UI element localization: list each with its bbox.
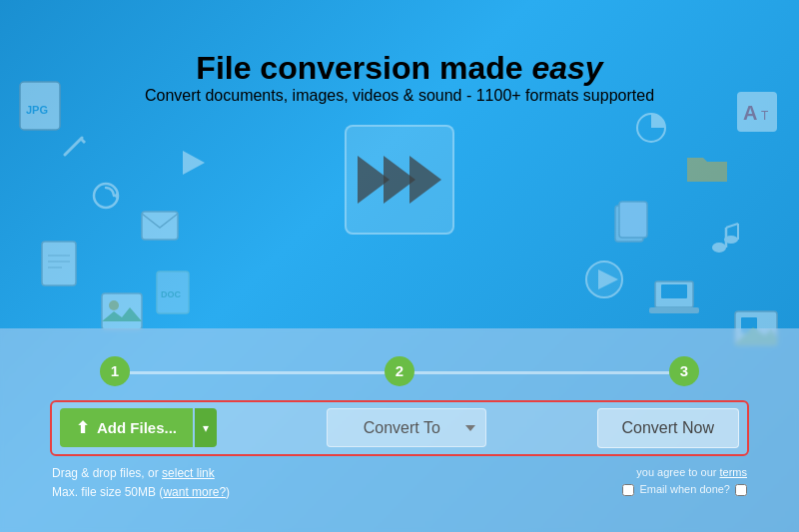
logo-arrow-3 <box>409 156 441 204</box>
step-2: 2 <box>385 356 414 386</box>
terms-text: you agree to our <box>636 466 719 478</box>
convert-to-wrap: Convert To <box>227 408 587 447</box>
hero-section: File conversion made easy Convert docume… <box>0 0 799 105</box>
add-files-label: Add Files... <box>97 419 177 436</box>
action-row: ⬆ Add Files... ▾ Convert To Convert Now <box>50 400 749 456</box>
drag-end: ) <box>226 485 230 499</box>
hero-title-bold: easy <box>531 50 602 86</box>
drag-text-2: Max. file size 50MB ( <box>52 485 163 499</box>
terms-link[interactable]: terms <box>720 466 748 478</box>
add-files-wrap: ⬆ Add Files... ▾ <box>60 408 217 447</box>
bottom-panel: 1 2 3 ⬆ Add Files... ▾ Convert To Conver… <box>0 328 799 532</box>
steps-row: 1 2 3 <box>50 356 749 386</box>
email-checkbox[interactable] <box>622 484 634 496</box>
email-checkbox-2[interactable] <box>735 484 747 496</box>
logo-container <box>0 125 799 235</box>
add-files-button[interactable]: ⬆ Add Files... <box>60 408 193 447</box>
add-files-dropdown-button[interactable]: ▾ <box>195 408 217 447</box>
want-more-link[interactable]: want more? <box>163 485 226 499</box>
convert-to-select[interactable]: Convert To <box>327 408 486 447</box>
hero-title: File conversion made easy <box>0 50 799 87</box>
convert-now-button[interactable]: Convert Now <box>597 408 739 448</box>
step-1: 1 <box>100 356 130 386</box>
app-logo <box>345 125 454 235</box>
upload-icon: ⬆ <box>76 418 89 437</box>
drag-drop-text: Drag & drop files, or select link Max. f… <box>52 464 230 502</box>
hero-subtitle: Convert documents, images, videos & soun… <box>0 87 799 105</box>
step-3: 3 <box>669 356 699 386</box>
right-text: you agree to our terms Email when done? <box>622 464 747 499</box>
email-label: Email when done? <box>639 481 730 499</box>
logo-arrows <box>358 156 441 204</box>
drag-text-1: Drag & drop files, or <box>52 466 162 480</box>
dropdown-arrow-icon: ▾ <box>203 421 209 435</box>
select-link[interactable]: select link <box>162 466 215 480</box>
bottom-text-row: Drag & drop files, or select link Max. f… <box>50 464 749 502</box>
